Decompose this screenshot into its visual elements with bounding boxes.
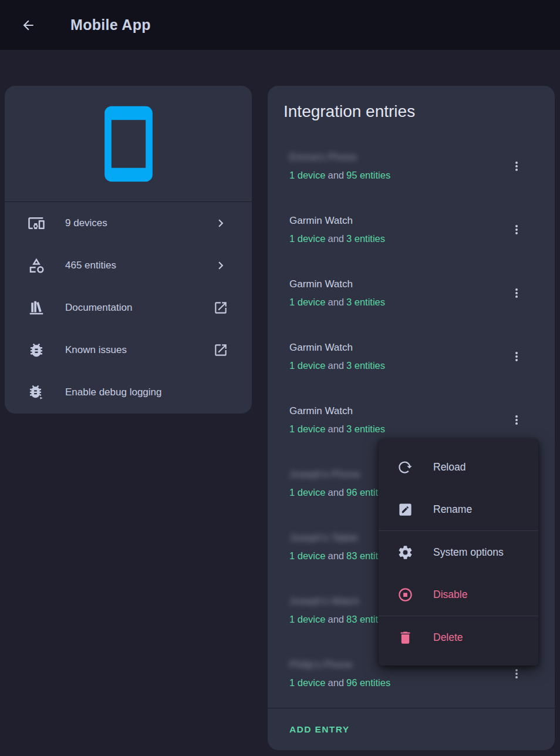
chevron-right-icon	[213, 258, 228, 273]
known-issues-link-row[interactable]: Known issues	[5, 329, 252, 371]
menu-item-label: Rename	[433, 503, 472, 516]
entries-footer-divider	[268, 708, 555, 708]
shapes-icon	[28, 257, 45, 274]
entry-entities-link[interactable]: 3 entities	[346, 233, 385, 244]
cellphone-icon	[87, 103, 170, 185]
back-button[interactable]	[14, 11, 42, 39]
entities-link-row[interactable]: 465 entities	[5, 244, 252, 287]
open-in-new-icon	[213, 300, 228, 315]
menu-item-label: Disable	[433, 589, 467, 601]
entry-row: Garmin Watch 1 deviceand3 entities	[268, 198, 555, 261]
entry-entities-link[interactable]: 3 entities	[346, 360, 385, 371]
dots-vertical-icon	[510, 159, 524, 173]
devices-link-row[interactable]: 9 devices	[5, 202, 252, 244]
add-entry-button[interactable]: ADD ENTRY	[289, 724, 349, 735]
entry-name: Joseph's Phone	[289, 468, 390, 481]
entry-conjunction: and	[328, 487, 344, 498]
dots-vertical-icon	[510, 350, 524, 364]
devices-count-label: 9 devices	[65, 217, 107, 229]
entry-entities-link[interactable]: 3 entities	[346, 424, 385, 434]
bug-play-icon	[28, 384, 45, 401]
entry-entities-link[interactable]: 95 entities	[346, 170, 390, 180]
known-issues-label: Known issues	[65, 344, 127, 356]
arrow-left-icon	[21, 18, 36, 33]
entry-name: Joseph's Watch	[289, 595, 390, 608]
integration-page: Mobile App 9 devices 465 entities	[0, 0, 560, 756]
entry-row: Garmin Watch 1 deviceand3 entities	[268, 325, 555, 388]
app-bar: Mobile App	[0, 0, 560, 50]
reload-icon	[397, 459, 413, 475]
entry-name: Garmin Watch	[289, 405, 385, 418]
entries-card-title: Integration entries	[268, 86, 555, 121]
documentation-link-row[interactable]: Documentation	[5, 287, 252, 329]
menu-item-label: Reload	[433, 461, 465, 473]
entry-device-link[interactable]: 1 device	[289, 550, 325, 561]
entry-name: Garmin Watch	[289, 214, 385, 227]
entry-device-link[interactable]: 1 device	[289, 424, 325, 434]
open-in-new-icon	[213, 342, 228, 358]
entry-device-link[interactable]: 1 device	[289, 170, 325, 180]
stop-circle-icon	[397, 587, 413, 603]
entry-name: Emma's Phone	[289, 151, 390, 164]
devices-icon	[28, 214, 45, 232]
entry-conjunction: and	[328, 233, 344, 244]
entry-menu-button[interactable]	[510, 408, 524, 432]
entry-entities-link[interactable]: 3 entities	[346, 297, 385, 307]
entry-menu-button[interactable]	[510, 662, 524, 686]
entities-count-label: 465 entities	[65, 260, 116, 271]
entry-device-link[interactable]: 1 device	[289, 297, 325, 307]
entry-conjunction: and	[328, 170, 344, 180]
entry-menu-button[interactable]	[510, 218, 524, 241]
bookshelf-icon	[28, 299, 45, 317]
entry-conjunction: and	[328, 360, 344, 371]
menu-item-disable[interactable]: Disable	[379, 573, 538, 616]
entry-device-link[interactable]: 1 device	[289, 614, 325, 624]
dots-vertical-icon	[510, 413, 524, 427]
entry-menu-button[interactable]	[510, 345, 524, 368]
enable-debug-logging-label: Enable debug logging	[65, 387, 161, 398]
entry-conjunction: and	[328, 550, 344, 561]
entry-device-link[interactable]: 1 device	[289, 677, 325, 688]
chevron-right-icon	[213, 216, 228, 231]
delete-icon	[397, 630, 413, 646]
entry-conjunction: and	[328, 297, 344, 307]
entry-row: Garmin Watch 1 deviceand3 entities	[268, 261, 555, 325]
integration-info-card: 9 devices 465 entities Documentation	[5, 86, 252, 414]
bug-icon	[28, 341, 45, 359]
entry-device-link[interactable]: 1 device	[289, 487, 325, 498]
menu-item-label: System options	[433, 546, 504, 559]
dots-vertical-icon	[510, 286, 524, 300]
pencil-box-icon	[397, 502, 413, 518]
entry-row: Emma's Phone 1 deviceand95 entities	[268, 135, 555, 198]
entry-name: Garmin Watch	[289, 341, 385, 354]
cog-icon	[397, 545, 413, 560]
menu-item-label: Delete	[433, 631, 463, 644]
documentation-label: Documentation	[65, 302, 132, 314]
integration-logo-area	[5, 86, 252, 202]
entry-menu-button[interactable]	[510, 281, 524, 305]
entry-device-link[interactable]: 1 device	[289, 360, 325, 371]
entry-name: Joseph's Tablet	[289, 532, 390, 545]
menu-item-delete[interactable]: Delete	[379, 616, 538, 658]
menu-item-rename[interactable]: Rename	[379, 488, 538, 530]
menu-item-reload[interactable]: Reload	[379, 446, 538, 488]
menu-item-system-options[interactable]: System options	[379, 531, 538, 573]
entry-conjunction: and	[328, 424, 344, 434]
entry-context-menu: Reload Rename System options Disable	[379, 439, 538, 666]
dots-vertical-icon	[510, 667, 524, 681]
entry-name: Philip's Phone	[289, 658, 390, 671]
entry-menu-button[interactable]	[510, 154, 524, 178]
entry-device-link[interactable]: 1 device	[289, 233, 325, 244]
entry-conjunction: and	[328, 677, 344, 688]
enable-debug-logging-row[interactable]: Enable debug logging	[5, 371, 252, 414]
page-title: Mobile App	[70, 16, 151, 33]
entries-footer: ADD ENTRY	[268, 709, 555, 750]
entry-entities-link[interactable]: 96 entities	[346, 677, 390, 688]
dots-vertical-icon	[510, 223, 524, 237]
entry-name: Garmin Watch	[289, 278, 385, 291]
entry-conjunction: and	[328, 614, 344, 624]
